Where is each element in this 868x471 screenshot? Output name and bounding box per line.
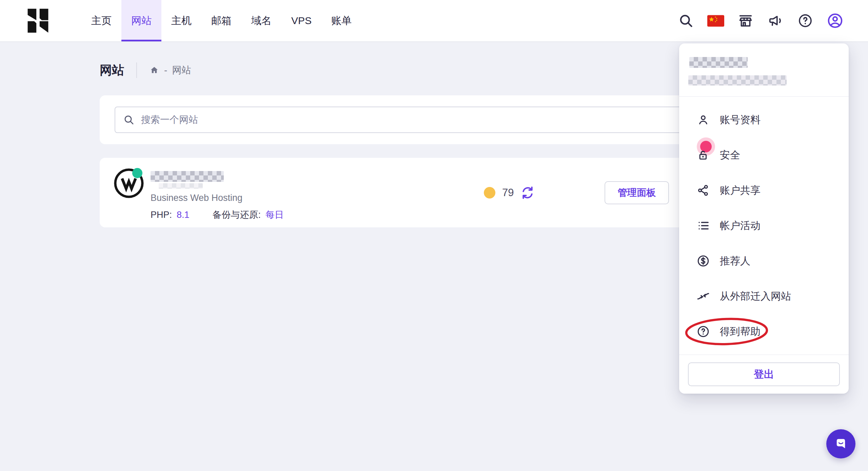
breadcrumb-current: 网站 [172, 64, 191, 77]
help-icon[interactable] [797, 12, 814, 29]
php-version-link[interactable]: 8.1 [177, 210, 190, 220]
tab-domains[interactable]: 域名 [241, 0, 281, 41]
lock-icon [697, 149, 710, 162]
menu-item-account-profile[interactable]: 账号资料 [679, 102, 849, 137]
hostinger-h-icon [24, 7, 52, 34]
chat-bubble-icon [833, 436, 849, 452]
tab-home[interactable]: 主页 [81, 0, 121, 41]
breadcrumb-separator: - [164, 65, 167, 76]
top-navigation-bar: 主页 网站 主机 邮箱 域名 VPS 账单 [0, 0, 868, 42]
dollar-circle-icon [697, 255, 710, 267]
account-dropdown-menu: 账号资料 安全 [679, 43, 849, 394]
search-input[interactable] [141, 114, 745, 125]
menu-item-label: 推荐人 [720, 254, 750, 268]
tab-billing[interactable]: 账单 [321, 0, 361, 41]
menu-item-security[interactable]: 安全 [679, 137, 849, 173]
activity-list-icon [697, 219, 710, 232]
store-icon[interactable] [737, 12, 754, 29]
user-icon [697, 113, 710, 126]
main-tabs: 主页 网站 主机 邮箱 域名 VPS 账单 [81, 0, 361, 41]
performance-score-group: 79 [484, 158, 535, 227]
home-icon[interactable] [149, 65, 159, 75]
language-flag-china-icon[interactable] [707, 12, 724, 29]
search-icon[interactable] [677, 12, 694, 29]
backup-value-link[interactable]: 每日 [265, 209, 284, 221]
backup-label: 备份与还原: [213, 209, 261, 221]
website-row-card: Business Web Hosting PHP: 8.1 备份与还原: 每日 … [100, 158, 768, 227]
topbar-icon-group [677, 0, 868, 41]
domain-redacted-tail [159, 183, 203, 189]
menu-item-label: 得到帮助 [720, 325, 761, 339]
search-icon [123, 114, 134, 125]
plan-name: Business Web Hosting [151, 193, 284, 203]
chat-launcher-button[interactable] [826, 429, 855, 458]
domain-redacted[interactable] [151, 171, 224, 182]
breadcrumb: - 网站 [149, 64, 191, 77]
page-title: 网站 [100, 62, 124, 79]
search-card [100, 95, 768, 144]
account-info-header [679, 43, 849, 97]
menu-item-migrate-website[interactable]: 从外部迁入网站 [679, 279, 849, 314]
menu-item-label: 从外部迁入网站 [720, 289, 791, 303]
share-icon [697, 184, 710, 197]
site-info: Business Web Hosting PHP: 8.1 备份与还原: 每日 [151, 171, 284, 221]
menu-item-label: 账号资料 [720, 113, 761, 127]
announcements-icon[interactable] [767, 12, 784, 29]
website-search-field[interactable] [115, 107, 753, 133]
tab-vps[interactable]: VPS [281, 0, 321, 41]
performance-score: 79 [502, 187, 514, 199]
page-header: 网站 - 网站 [100, 62, 191, 79]
user-name-redacted [689, 57, 748, 68]
account-menu-list: 账号资料 安全 [679, 97, 849, 349]
site-meta: PHP: 8.1 备份与还原: 每日 [151, 209, 284, 221]
menu-item-label: 帐户活动 [720, 219, 761, 233]
menu-item-label: 安全 [720, 148, 740, 162]
menu-item-account-activity[interactable]: 帐户活动 [679, 208, 849, 243]
menu-item-account-sharing[interactable]: 账户共享 [679, 173, 849, 208]
php-label: PHP: [151, 210, 172, 220]
question-circle-icon [697, 325, 710, 338]
score-status-dot [484, 187, 495, 199]
migrate-arrows-icon [697, 290, 710, 303]
hostinger-logo[interactable] [24, 0, 52, 41]
menu-item-get-help[interactable]: 得到帮助 [679, 314, 849, 349]
site-status-dot [132, 168, 142, 178]
user-email-redacted [688, 75, 787, 86]
account-icon[interactable] [827, 12, 844, 29]
manage-panel-button[interactable]: 管理面板 [605, 181, 669, 204]
tab-hosting[interactable]: 主机 [161, 0, 201, 41]
refresh-score-icon[interactable] [520, 186, 535, 200]
menu-item-label: 账户共享 [720, 184, 761, 197]
tab-websites[interactable]: 网站 [121, 0, 161, 41]
title-divider [136, 62, 137, 78]
tab-email[interactable]: 邮箱 [201, 0, 241, 41]
logout-button[interactable]: 登出 [688, 362, 840, 386]
menu-item-referrals[interactable]: 推荐人 [679, 243, 849, 279]
dropdown-footer: 登出 [679, 355, 849, 394]
